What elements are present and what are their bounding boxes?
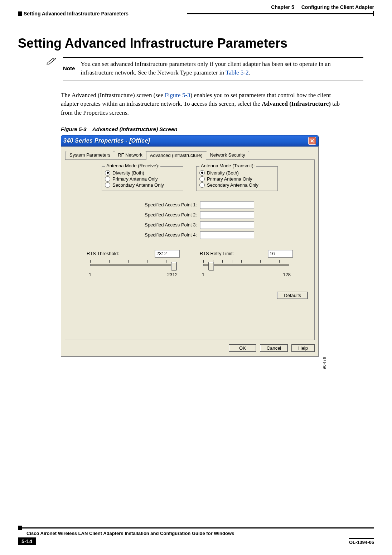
rts-threshold-block: RTS Threshold: 2312 12312 bbox=[87, 250, 180, 277]
ap4-input[interactable] bbox=[200, 231, 254, 239]
page: Chapter 5 Configuring the Client Adapter… bbox=[0, 0, 392, 555]
cancel-button[interactable]: Cancel bbox=[260, 344, 288, 352]
note-text: You can set advanced infrastructure para… bbox=[81, 60, 363, 77]
dialog-titlebar[interactable]: 340 Series Properties - [Office] bbox=[61, 135, 319, 147]
running-section-title: Setting Advanced Infrastructure Paramete… bbox=[24, 11, 129, 16]
note-link-table[interactable]: Table 5-2 bbox=[226, 69, 248, 76]
tab-strip: System Parameters RF Network Advanced (I… bbox=[66, 151, 315, 159]
figure-image: 340 Series Properties - [Office] System … bbox=[61, 135, 322, 357]
figure-caption: Figure 5-3 Advanced (Infrastructure) Scr… bbox=[61, 126, 374, 132]
document-id: OL-1394-06 bbox=[349, 538, 374, 545]
radio-label: Primary Antenna Only bbox=[207, 176, 252, 182]
chapter-number: Chapter 5 bbox=[271, 4, 294, 10]
header-rule bbox=[187, 13, 373, 14]
header-ornament-square bbox=[18, 11, 22, 16]
tab-system-parameters[interactable]: System Parameters bbox=[66, 151, 114, 159]
rts-retry-block: RTS Retry Limit: 16 1128 bbox=[200, 250, 293, 277]
page-header: Chapter 5 Configuring the Client Adapter bbox=[18, 0, 374, 10]
ap4-label: Specified Access Point 4: bbox=[125, 232, 197, 238]
rts-threshold-slider[interactable] bbox=[87, 259, 180, 271]
page-number-badge: 5-14 bbox=[18, 537, 36, 545]
close-icon[interactable] bbox=[308, 137, 316, 145]
radio-label: Primary Antenna Only bbox=[112, 176, 158, 182]
tab-rf-network[interactable]: RF Network bbox=[114, 151, 146, 159]
defaults-button[interactable]: Defaults bbox=[277, 292, 308, 299]
rts-retry-value[interactable]: 16 bbox=[268, 250, 293, 258]
note-rule-top bbox=[63, 57, 363, 58]
group-antenna-transmit: Antenna Mode (Transmit): Diversity (Both… bbox=[196, 166, 278, 191]
properties-dialog: 340 Series Properties - [Office] System … bbox=[61, 135, 319, 357]
dialog-bottom-buttons: OK Cancel Help bbox=[65, 344, 315, 352]
rts-retry-min: 1 bbox=[202, 272, 204, 277]
radio-label: Secondary Antenna Only bbox=[112, 182, 164, 188]
note-icon bbox=[47, 57, 57, 64]
radio-label: Diversity (Both) bbox=[112, 170, 144, 176]
tab-advanced-infrastructure[interactable]: Advanced (Infrastructure) bbox=[146, 151, 207, 160]
group-antenna-receive: Antenna Mode (Receive): Diversity (Both)… bbox=[102, 166, 183, 191]
ap1-input[interactable] bbox=[200, 201, 254, 209]
tab-panel: Antenna Mode (Receive): Diversity (Both)… bbox=[65, 159, 315, 340]
ap1-label: Specified Access Point 1: bbox=[125, 202, 197, 207]
rts-retry-max: 128 bbox=[283, 272, 291, 277]
chapter-title: Configuring the Client Adapter bbox=[301, 4, 374, 10]
rts-threshold-min: 1 bbox=[89, 272, 91, 277]
note-block: Note You can set advanced infrastructure… bbox=[47, 57, 363, 83]
radio-rx-primary[interactable] bbox=[105, 176, 110, 182]
note-label: Note bbox=[63, 60, 75, 77]
radio-tx-secondary[interactable] bbox=[199, 182, 205, 188]
header-tick bbox=[373, 11, 374, 16]
rts-threshold-label: RTS Threshold: bbox=[87, 251, 119, 256]
radio-label: Secondary Antenna Only bbox=[207, 182, 258, 188]
radio-tx-diversity[interactable] bbox=[199, 170, 205, 176]
access-point-fields: Specified Access Point 1: Specified Acce… bbox=[70, 201, 309, 239]
note-rule-bottom bbox=[63, 81, 363, 81]
body-paragraph: The Advanced (Infrastructure) screen (se… bbox=[61, 91, 345, 118]
ok-button[interactable]: OK bbox=[229, 344, 256, 352]
ap3-label: Specified Access Point 3: bbox=[125, 222, 197, 228]
footer-ornament-square bbox=[18, 526, 22, 530]
radio-rx-diversity[interactable] bbox=[105, 170, 110, 176]
rts-threshold-max: 2312 bbox=[167, 272, 178, 277]
figure-image-id: 90479 bbox=[322, 357, 326, 369]
radio-tx-primary[interactable] bbox=[199, 176, 205, 182]
footer-rule bbox=[22, 527, 374, 528]
rts-threshold-value[interactable]: 2312 bbox=[155, 250, 180, 258]
link-figure[interactable]: Figure 5-3 bbox=[165, 92, 190, 99]
radio-label: Diversity (Both) bbox=[207, 170, 239, 176]
dialog-title: 340 Series Properties - [Office] bbox=[63, 138, 150, 144]
ap3-input[interactable] bbox=[200, 221, 254, 229]
help-button[interactable]: Help bbox=[291, 344, 315, 352]
rts-retry-label: RTS Retry Limit: bbox=[200, 251, 234, 256]
radio-rx-secondary[interactable] bbox=[105, 182, 110, 188]
page-title: Setting Advanced Infrastructure Paramete… bbox=[18, 36, 374, 51]
page-footer: Cisco Aironet Wireless LAN Client Adapte… bbox=[18, 525, 374, 545]
ap2-label: Specified Access Point 2: bbox=[125, 212, 197, 217]
book-title: Cisco Aironet Wireless LAN Client Adapte… bbox=[26, 531, 234, 536]
ap2-input[interactable] bbox=[200, 211, 254, 219]
group-title-rx: Antenna Mode (Receive): bbox=[105, 163, 160, 168]
tab-network-security[interactable]: Network Security bbox=[206, 151, 249, 159]
group-title-tx: Antenna Mode (Transmit): bbox=[199, 163, 256, 168]
rts-retry-slider[interactable] bbox=[200, 259, 293, 271]
